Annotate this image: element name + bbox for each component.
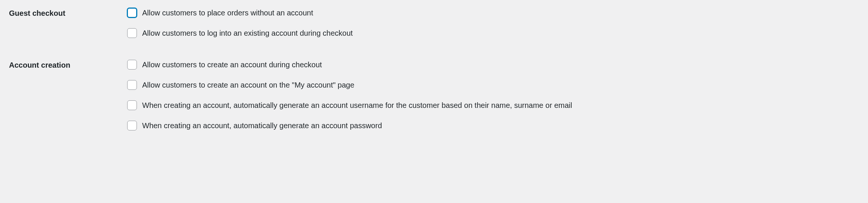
create-during-checkout-checkbox[interactable]	[127, 60, 137, 70]
allow-orders-without-account-label: Allow customers to place orders without …	[142, 8, 313, 18]
option-row: Allow customers to create an account dur…	[127, 59, 859, 70]
auto-generate-password-label: When creating an account, automatically …	[142, 120, 382, 131]
option-row: When creating an account, automatically …	[127, 120, 859, 131]
auto-generate-password-checkbox[interactable]	[127, 121, 137, 130]
create-during-checkout-label: Allow customers to create an account dur…	[142, 59, 322, 70]
guest-checkout-section: Guest checkout Allow customers to place …	[9, 8, 859, 38]
account-creation-options: Allow customers to create an account dur…	[127, 59, 859, 131]
guest-checkout-heading: Guest checkout	[9, 8, 127, 38]
auto-generate-username-checkbox[interactable]	[127, 100, 137, 110]
create-on-my-account-checkbox[interactable]	[127, 80, 137, 90]
option-row: When creating an account, automatically …	[127, 100, 859, 111]
guest-checkout-options: Allow customers to place orders without …	[127, 8, 859, 38]
account-creation-section: Account creation Allow customers to crea…	[9, 59, 859, 131]
option-row: Allow customers to place orders without …	[127, 8, 859, 18]
allow-orders-without-account-checkbox[interactable]	[127, 8, 137, 18]
create-on-my-account-label: Allow customers to create an account on …	[142, 80, 354, 90]
allow-login-during-checkout-checkbox[interactable]	[127, 28, 137, 38]
account-creation-heading: Account creation	[9, 59, 127, 131]
auto-generate-username-label: When creating an account, automatically …	[142, 100, 572, 111]
allow-login-during-checkout-label: Allow customers to log into an existing …	[142, 28, 353, 38]
option-row: Allow customers to log into an existing …	[127, 28, 859, 38]
option-row: Allow customers to create an account on …	[127, 80, 859, 90]
